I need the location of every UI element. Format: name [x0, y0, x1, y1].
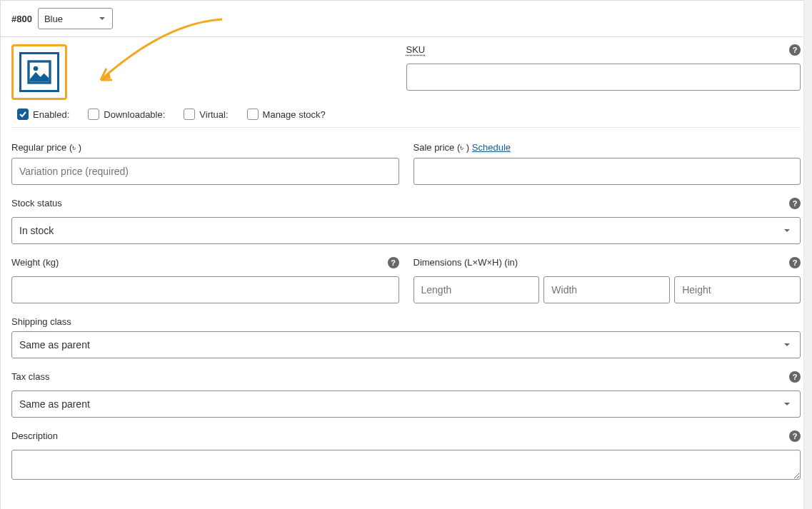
variation-id-label: #800	[11, 14, 32, 24]
shipping-class-label: Shipping class	[11, 316, 801, 327]
tax-class-select[interactable]: Same as parent	[11, 390, 801, 418]
image-upload-highlight	[11, 44, 67, 100]
help-icon[interactable]: ?	[789, 430, 801, 442]
sku-label: SKU	[406, 44, 426, 55]
dimensions-label: Dimensions (L×W×H) (in)	[413, 257, 518, 268]
help-icon[interactable]: ?	[789, 371, 801, 383]
virtual-label: Virtual:	[199, 109, 228, 120]
variation-attribute-select[interactable]: Blue	[38, 8, 113, 29]
downloadable-checkbox-wrap[interactable]: Downloadable:	[88, 109, 165, 120]
enabled-label: Enabled:	[33, 109, 69, 120]
enabled-checkbox-wrap[interactable]: Enabled:	[17, 109, 69, 120]
stock-status-label: Stock status	[11, 198, 62, 208]
virtual-checkbox-wrap[interactable]: Virtual:	[184, 109, 228, 120]
help-icon[interactable]: ?	[789, 198, 801, 209]
weight-input[interactable]	[11, 276, 399, 303]
description-textarea[interactable]	[11, 450, 801, 480]
image-placeholder-icon	[25, 58, 54, 86]
sale-price-label: Sale price (৳ )	[413, 142, 470, 153]
width-input[interactable]	[543, 276, 670, 303]
regular-price-label: Regular price (৳ )	[11, 142, 399, 153]
length-input[interactable]	[413, 276, 540, 303]
manage-stock-checkbox-wrap[interactable]: Manage stock?	[247, 109, 326, 120]
help-icon[interactable]: ?	[789, 44, 801, 56]
tax-class-label: Tax class	[11, 371, 49, 382]
sale-price-input[interactable]	[413, 158, 801, 185]
check-icon	[19, 111, 26, 118]
regular-price-input[interactable]	[11, 158, 399, 185]
variation-image-upload[interactable]	[19, 52, 59, 92]
downloadable-label: Downloadable:	[104, 109, 165, 120]
virtual-checkbox[interactable]	[184, 109, 195, 120]
help-icon[interactable]: ?	[388, 257, 399, 268]
manage-stock-checkbox[interactable]	[247, 109, 259, 120]
downloadable-checkbox[interactable]	[88, 109, 99, 120]
variation-options-row: Enabled: Downloadable: Virtual: Manage s…	[11, 100, 801, 128]
sku-input[interactable]	[406, 64, 801, 91]
weight-label: Weight (kg)	[11, 257, 59, 268]
stock-status-select[interactable]: In stock	[11, 217, 801, 244]
help-icon[interactable]: ?	[789, 257, 801, 268]
enabled-checkbox[interactable]	[17, 109, 29, 120]
shipping-class-select[interactable]: Same as parent	[11, 331, 801, 358]
height-input[interactable]	[674, 276, 801, 303]
vertical-scrollbar[interactable]	[803, 0, 812, 509]
schedule-link[interactable]: Schedule	[472, 142, 511, 153]
svg-point-2	[34, 66, 39, 71]
manage-stock-label: Manage stock?	[263, 109, 326, 120]
variation-header: #800 Blue	[1, 1, 811, 37]
description-label: Description	[11, 430, 58, 441]
